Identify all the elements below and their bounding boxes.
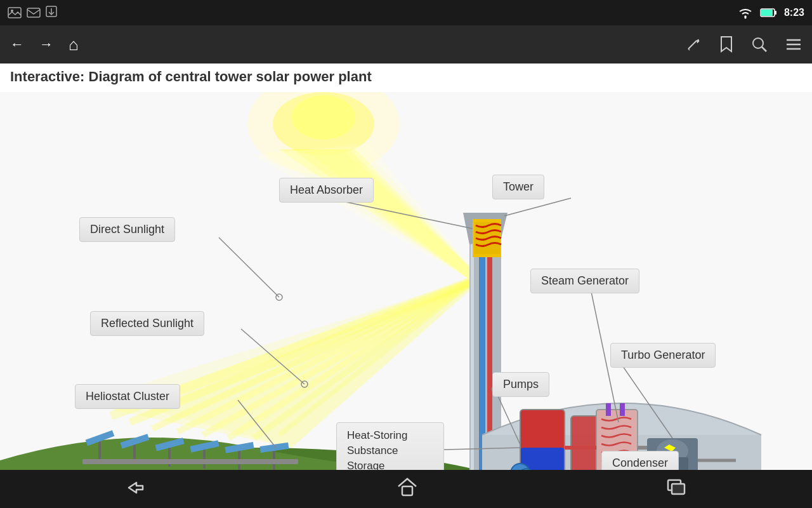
heat-storing-text: Heat-StoringSubstance StorageTanks xyxy=(347,429,407,476)
edit-icon[interactable] xyxy=(685,36,702,53)
nav-recent-button[interactable] xyxy=(665,478,688,500)
heliostat-cluster-label[interactable]: Heliostat Cluster xyxy=(75,384,180,409)
status-right: 8:23 xyxy=(737,6,804,19)
home-nav-icon xyxy=(396,476,419,499)
email-icon xyxy=(27,7,41,18)
status-bar: 8:23 xyxy=(0,0,812,25)
battery-icon xyxy=(760,8,778,18)
diagram-svg xyxy=(0,92,812,476)
svg-rect-53 xyxy=(606,403,611,416)
back-nav-icon xyxy=(124,478,149,498)
content-area: Interactive: Diagram of central tower so… xyxy=(0,64,812,476)
svg-rect-54 xyxy=(620,403,625,416)
recent-nav-icon xyxy=(665,478,688,498)
diagram-title: Interactive: Diagram of central tower so… xyxy=(10,69,372,85)
svg-point-18 xyxy=(292,95,355,140)
svg-rect-46 xyxy=(520,410,565,448)
nav-back-button[interactable] xyxy=(124,478,149,500)
status-icons xyxy=(8,6,57,20)
download-icon xyxy=(46,6,57,20)
wifi-icon xyxy=(737,6,754,19)
title-text: Diagram of central tower solar power pla… xyxy=(89,69,372,84)
svg-rect-97 xyxy=(672,484,684,494)
bottom-nav-bar xyxy=(0,470,812,508)
title-prefix: Interactive: xyxy=(10,69,84,84)
svg-rect-79 xyxy=(82,459,298,464)
turbo-generator-label[interactable]: Turbo Generator xyxy=(610,343,716,368)
svg-line-11 xyxy=(762,47,766,51)
svg-line-9 xyxy=(688,49,690,50)
svg-line-8 xyxy=(688,41,697,49)
svg-rect-6 xyxy=(775,11,776,15)
back-button[interactable]: ← xyxy=(10,36,24,53)
home-button[interactable]: ⌂ xyxy=(69,35,79,55)
svg-rect-95 xyxy=(402,486,412,495)
heat-storing-tanks-label[interactable]: Heat-StoringSubstance StorageTanks xyxy=(336,422,444,476)
menu-icon[interactable] xyxy=(785,37,802,51)
svg-point-10 xyxy=(753,38,763,48)
image-icon xyxy=(8,7,22,18)
svg-rect-2 xyxy=(27,8,40,17)
diagram: Heat Absorber Tower Direct Sunlight Refl… xyxy=(0,92,812,476)
direct-sunlight-label[interactable]: Direct Sunlight xyxy=(79,217,175,242)
nav-home-button[interactable] xyxy=(396,476,419,502)
time-display: 8:23 xyxy=(784,7,804,18)
heat-absorber-label[interactable]: Heat Absorber xyxy=(279,178,374,203)
forward-button[interactable]: → xyxy=(39,36,53,53)
steam-generator-label[interactable]: Steam Generator xyxy=(530,269,639,293)
reflected-sunlight-label[interactable]: Reflected Sunlight xyxy=(90,311,204,336)
nav-bar: ← → ⌂ xyxy=(0,25,812,64)
tower-label[interactable]: Tower xyxy=(492,175,544,199)
pumps-label[interactable]: Pumps xyxy=(492,372,549,397)
search-icon[interactable] xyxy=(751,36,768,53)
svg-rect-7 xyxy=(761,10,773,16)
bookmark-icon[interactable] xyxy=(719,36,733,53)
svg-rect-77 xyxy=(273,448,275,470)
